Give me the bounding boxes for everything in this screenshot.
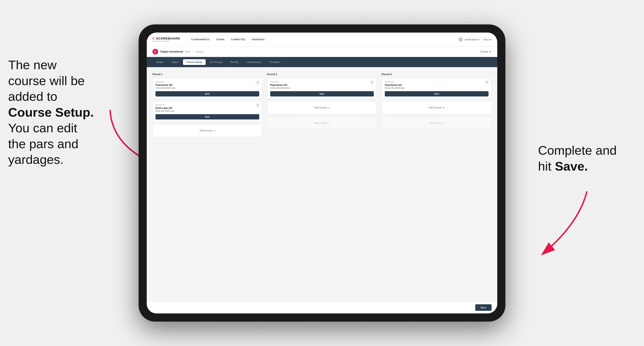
logo-sub: Powered by clippd — [152, 40, 180, 42]
logo-c-letter: C — [152, 37, 155, 40]
top-nav: C SCOREBOARD Powered by clippd TOURNAMEN… — [147, 32, 497, 46]
add-plus-icon: + — [328, 106, 330, 109]
main-content: Round 1 🗑 (Course A) Peachtree GC Yellow… — [147, 67, 497, 301]
add-course-disabled-label: Add Course — [429, 122, 442, 125]
trash-icon: 🗑 — [256, 104, 259, 107]
add-plus-icon: + — [214, 129, 215, 132]
round-2-add-course-text: Add Course + — [314, 106, 330, 109]
user-avatar — [458, 37, 463, 42]
round-3-column: Round 3 🗑 (Course A) Peachtree GC Yellow… — [382, 73, 492, 140]
nav-links: TOURNAMENTS TEAMS COMMITTEE RANKINGS — [188, 37, 458, 42]
logo-scoreboard: SCOREBOARD — [156, 37, 180, 40]
round-1-course-a-edit-button[interactable]: Edit — [156, 91, 259, 96]
tab-tee-groups[interactable]: Tee Groups — [206, 59, 226, 65]
nav-tournaments[interactable]: TOURNAMENTS — [188, 37, 212, 42]
round-2-add-course-disabled-text: Add Course + — [314, 122, 330, 125]
round-3-course-a-label: (Course A) — [385, 81, 488, 83]
scoreboard-logo: C SCOREBOARD Powered by clippd — [152, 37, 180, 42]
round-3-label: Round 3 — [382, 73, 492, 76]
tablet-shell: C SCOREBOARD Powered by clippd TOURNAMEN… — [138, 24, 506, 322]
trash-icon: 🗑 — [256, 81, 259, 84]
tournament-name: Clippd Invitational — [160, 50, 183, 53]
annotation-left-text: The newcourse will beadded toCourse Setu… — [8, 58, 94, 167]
round-1-course-b-edit-button[interactable]: Edit — [156, 114, 259, 120]
rounds-grid: Round 1 🗑 (Course A) Peachtree GC Yellow… — [152, 73, 492, 140]
round-1-course-b-detail: Black (M) (6891 yds) — [156, 110, 259, 112]
nav-divider: | — [481, 38, 482, 41]
add-course-disabled-label: Add Course — [314, 122, 327, 125]
round-2-add-course-card-active[interactable]: Add Course + — [267, 101, 377, 114]
round-1-course-a-name: Peachtree GC — [156, 83, 259, 86]
round-2-column: Round 2 🗑 (Course A) Peachtree GC Yellow… — [267, 73, 377, 140]
tournament-hosting: Hosting — [193, 50, 203, 53]
round-1-label: Round 1 — [152, 73, 262, 76]
round-1-course-b-delete[interactable]: 🗑 — [256, 103, 260, 107]
add-plus-icon: + — [443, 122, 444, 125]
tournament-logo: C — [152, 49, 158, 54]
nav-committee[interactable]: COMMITTEE — [228, 37, 248, 42]
round-2-add-course-card-disabled: Add Course + — [267, 117, 377, 130]
tournament-bar: C Clippd Invitational (Men) Hosting Canc… — [147, 46, 497, 57]
bottom-bar: Save — [147, 301, 497, 314]
round-1-course-a-delete[interactable]: 🗑 — [256, 80, 260, 84]
cancel-button[interactable]: Cancel ✕ — [480, 50, 492, 53]
tab-results[interactable]: Results — [227, 59, 242, 65]
add-course-label: Add Course — [314, 106, 327, 109]
add-plus-icon: + — [328, 122, 330, 125]
round-2-label: Round 2 — [267, 73, 377, 76]
annotation-left: The newcourse will beadded toCourse Setu… — [8, 57, 126, 168]
close-icon: ✕ — [489, 50, 492, 53]
round-3-course-a-name: Peachtree GC — [385, 83, 488, 86]
round-1-course-b-label: (Course B) — [156, 104, 259, 106]
tab-bar: Details Teams Course Setup Tee Groups Re… — [147, 57, 497, 67]
round-3-course-a-card: 🗑 (Course A) Peachtree GC Yellow (M) (66… — [382, 78, 492, 99]
round-1-add-course-text: Add Course + — [200, 129, 216, 132]
trash-icon: 🗑 — [371, 81, 374, 84]
round-1-course-a-card: 🗑 (Course A) Peachtree GC Yellow (M) (66… — [152, 78, 262, 99]
cancel-label: Cancel — [480, 50, 488, 53]
round-1-course-a-label: (Course A) — [156, 81, 259, 83]
round-3-course-a-detail: Yellow (M) (6629 yds) — [385, 87, 488, 89]
add-course-label: Add Course — [200, 129, 212, 132]
round-2-course-a-card: 🗑 (Course A) Peachtree GC Yellow (M) (66… — [267, 78, 377, 99]
round-2-course-a-name: Peachtree GC — [270, 83, 374, 86]
round-1-course-b-name: East Lake GC — [156, 106, 259, 110]
arrow-right — [526, 187, 603, 261]
tab-leaderboards[interactable]: Leaderboards — [243, 59, 265, 65]
tablet-screen: C SCOREBOARD Powered by clippd TOURNAMEN… — [147, 32, 497, 314]
round-1-course-a-detail: Yellow (M) (6629 yds) — [156, 87, 259, 89]
round-3-add-course-text: Add Course + — [429, 106, 445, 109]
nav-right: blair@clippd.io | Sign out — [458, 37, 492, 42]
tab-teams[interactable]: Teams — [168, 59, 182, 65]
sign-out-link[interactable]: Sign out — [484, 38, 492, 41]
annotation-right-text: Complete andhit Save. — [538, 143, 617, 173]
round-2-course-a-delete[interactable]: 🗑 — [370, 80, 374, 84]
trash-icon: 🗑 — [486, 81, 488, 84]
add-course-label: Add Course — [429, 106, 442, 109]
tab-printables[interactable]: Printables — [266, 59, 284, 65]
round-1-column: Round 1 🗑 (Course A) Peachtree GC Yellow… — [152, 73, 262, 140]
round-3-course-a-delete[interactable]: 🗑 — [485, 80, 489, 84]
annotation-right: Complete andhit Save. — [538, 143, 636, 174]
user-email: blair@clippd.io — [465, 38, 479, 41]
round-3-course-a-edit-button[interactable]: Edit — [385, 91, 488, 96]
tab-details[interactable]: Details — [152, 59, 167, 65]
add-plus-icon: + — [443, 106, 444, 109]
round-3-add-course-card-active[interactable]: Add Course + — [382, 101, 492, 114]
round-2-course-a-detail: Yellow (M) (6629 yds) — [270, 87, 374, 89]
nav-teams[interactable]: TEAMS — [213, 37, 227, 42]
nav-rankings[interactable]: RANKINGS — [249, 37, 268, 42]
round-2-course-a-edit-button[interactable]: Edit — [270, 91, 374, 96]
tab-course-setup[interactable]: Course Setup — [183, 59, 206, 65]
round-3-add-course-disabled-text: Add Course + — [429, 122, 445, 125]
round-3-add-course-card-disabled: Add Course + — [382, 117, 492, 130]
round-2-course-a-label: (Course A) — [270, 81, 374, 83]
save-button[interactable]: Save — [475, 304, 492, 311]
round-1-course-b-card: 🗑 (Course B) East Lake GC Black (M) (689… — [152, 101, 262, 122]
round-1-add-course-card[interactable]: Add Course + — [152, 124, 262, 137]
tournament-gender: (Men) — [185, 50, 191, 53]
